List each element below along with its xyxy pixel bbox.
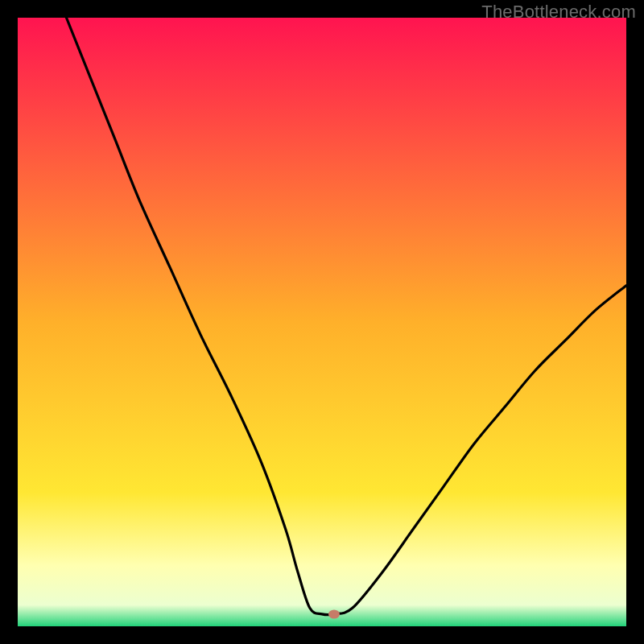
- watermark-label: TheBottleneck.com: [481, 2, 636, 23]
- bottleneck-curve: [18, 18, 626, 626]
- optimum-marker: [328, 609, 340, 618]
- plot-area: [18, 18, 626, 626]
- chart-frame: TheBottleneck.com: [0, 0, 644, 644]
